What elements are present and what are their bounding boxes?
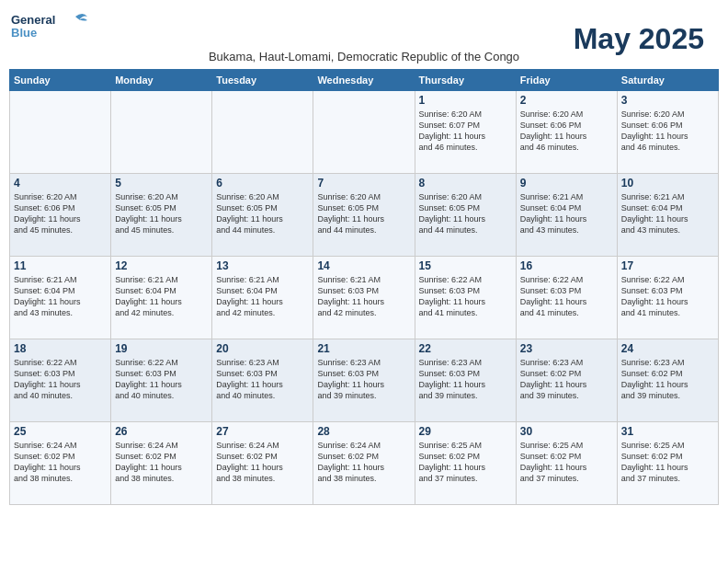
header-wednesday: Wednesday <box>313 70 415 91</box>
calendar-cell <box>10 91 111 174</box>
day-number: 23 <box>520 342 613 355</box>
day-number: 1 <box>419 94 512 107</box>
header-monday: Monday <box>111 70 212 91</box>
day-info: Sunrise: 6:24 AM Sunset: 6:02 PM Dayligh… <box>317 440 410 485</box>
day-info: Sunrise: 6:24 AM Sunset: 6:02 PM Dayligh… <box>14 440 107 485</box>
calendar-cell: 24Sunrise: 6:23 AM Sunset: 6:02 PM Dayli… <box>617 339 718 422</box>
calendar-week-4: 18Sunrise: 6:22 AM Sunset: 6:03 PM Dayli… <box>10 339 719 422</box>
day-info: Sunrise: 6:20 AM Sunset: 6:05 PM Dayligh… <box>216 191 309 236</box>
day-number: 2 <box>520 94 613 107</box>
calendar-week-1: 1Sunrise: 6:20 AM Sunset: 6:07 PM Daylig… <box>10 91 719 174</box>
calendar-cell: 3Sunrise: 6:20 AM Sunset: 6:06 PM Daylig… <box>617 91 718 174</box>
day-info: Sunrise: 6:20 AM Sunset: 6:05 PM Dayligh… <box>419 191 512 236</box>
day-info: Sunrise: 6:20 AM Sunset: 6:06 PM Dayligh… <box>14 191 107 236</box>
calendar-header-row: SundayMondayTuesdayWednesdayThursdayFrid… <box>10 70 719 91</box>
calendar-cell: 15Sunrise: 6:22 AM Sunset: 6:03 PM Dayli… <box>415 257 516 339</box>
day-info: Sunrise: 6:22 AM Sunset: 6:03 PM Dayligh… <box>115 357 208 402</box>
calendar-cell: 7Sunrise: 6:20 AM Sunset: 6:05 PM Daylig… <box>313 174 415 257</box>
calendar-week-3: 11Sunrise: 6:21 AM Sunset: 6:04 PM Dayli… <box>10 257 719 339</box>
day-number: 8 <box>419 177 512 190</box>
day-info: Sunrise: 6:22 AM Sunset: 6:03 PM Dayligh… <box>520 274 613 319</box>
day-info: Sunrise: 6:21 AM Sunset: 6:03 PM Dayligh… <box>317 274 410 319</box>
day-number: 26 <box>115 425 208 438</box>
day-number: 20 <box>216 342 309 355</box>
day-number: 31 <box>621 425 714 438</box>
svg-text:General: General <box>11 13 55 27</box>
day-number: 14 <box>317 259 410 272</box>
calendar-table: SundayMondayTuesdayWednesdayThursdayFrid… <box>9 69 719 505</box>
day-info: Sunrise: 6:20 AM Sunset: 6:05 PM Dayligh… <box>115 191 208 236</box>
header-thursday: Thursday <box>415 70 516 91</box>
day-info: Sunrise: 6:20 AM Sunset: 6:05 PM Dayligh… <box>317 191 410 236</box>
calendar-cell: 26Sunrise: 6:24 AM Sunset: 6:02 PM Dayli… <box>111 422 212 505</box>
calendar-cell: 5Sunrise: 6:20 AM Sunset: 6:05 PM Daylig… <box>111 174 212 257</box>
calendar-cell: 25Sunrise: 6:24 AM Sunset: 6:02 PM Dayli… <box>10 422 111 505</box>
day-number: 27 <box>216 425 309 438</box>
calendar-cell <box>111 91 212 174</box>
day-info: Sunrise: 6:25 AM Sunset: 6:02 PM Dayligh… <box>520 440 613 485</box>
calendar-week-5: 25Sunrise: 6:24 AM Sunset: 6:02 PM Dayli… <box>10 422 719 505</box>
day-info: Sunrise: 6:20 AM Sunset: 6:06 PM Dayligh… <box>520 109 613 154</box>
header-saturday: Saturday <box>617 70 718 91</box>
day-info: Sunrise: 6:23 AM Sunset: 6:03 PM Dayligh… <box>419 357 512 402</box>
calendar-cell: 17Sunrise: 6:22 AM Sunset: 6:03 PM Dayli… <box>617 257 718 339</box>
day-number: 19 <box>115 342 208 355</box>
calendar-cell: 13Sunrise: 6:21 AM Sunset: 6:04 PM Dayli… <box>212 257 313 339</box>
calendar-cell: 10Sunrise: 6:21 AM Sunset: 6:04 PM Dayli… <box>617 174 718 257</box>
day-number: 9 <box>520 177 613 190</box>
day-number: 6 <box>216 177 309 190</box>
day-info: Sunrise: 6:25 AM Sunset: 6:02 PM Dayligh… <box>419 440 512 485</box>
calendar-cell: 2Sunrise: 6:20 AM Sunset: 6:06 PM Daylig… <box>516 91 617 174</box>
day-number: 3 <box>621 94 714 107</box>
day-info: Sunrise: 6:23 AM Sunset: 6:02 PM Dayligh… <box>520 357 613 402</box>
day-info: Sunrise: 6:23 AM Sunset: 6:03 PM Dayligh… <box>216 357 309 402</box>
day-number: 11 <box>14 259 107 272</box>
svg-text:Blue: Blue <box>11 26 37 40</box>
main-title: May 2025 <box>574 22 704 56</box>
header-sunday: Sunday <box>10 70 111 91</box>
day-number: 5 <box>115 177 208 190</box>
day-info: Sunrise: 6:20 AM Sunset: 6:06 PM Dayligh… <box>621 109 714 154</box>
calendar-cell: 19Sunrise: 6:22 AM Sunset: 6:03 PM Dayli… <box>111 339 212 422</box>
day-info: Sunrise: 6:22 AM Sunset: 6:03 PM Dayligh… <box>621 274 714 319</box>
calendar-cell: 28Sunrise: 6:24 AM Sunset: 6:02 PM Dayli… <box>313 422 415 505</box>
day-info: Sunrise: 6:20 AM Sunset: 6:07 PM Dayligh… <box>419 109 512 154</box>
calendar-cell: 31Sunrise: 6:25 AM Sunset: 6:02 PM Dayli… <box>617 422 718 505</box>
day-info: Sunrise: 6:25 AM Sunset: 6:02 PM Dayligh… <box>621 440 714 485</box>
day-info: Sunrise: 6:22 AM Sunset: 6:03 PM Dayligh… <box>419 274 512 319</box>
day-number: 12 <box>115 259 208 272</box>
day-number: 21 <box>317 342 410 355</box>
calendar-cell: 1Sunrise: 6:20 AM Sunset: 6:07 PM Daylig… <box>415 91 516 174</box>
day-number: 30 <box>520 425 613 438</box>
title-section: May 2025 <box>574 22 704 56</box>
day-info: Sunrise: 6:22 AM Sunset: 6:03 PM Dayligh… <box>14 357 107 402</box>
day-number: 4 <box>14 177 107 190</box>
day-info: Sunrise: 6:24 AM Sunset: 6:02 PM Dayligh… <box>115 440 208 485</box>
day-info: Sunrise: 6:21 AM Sunset: 6:04 PM Dayligh… <box>115 274 208 319</box>
day-info: Sunrise: 6:21 AM Sunset: 6:04 PM Dayligh… <box>520 191 613 236</box>
day-number: 7 <box>317 177 410 190</box>
header-friday: Friday <box>516 70 617 91</box>
header: General Blue May 2025 <box>9 9 719 46</box>
calendar-cell: 8Sunrise: 6:20 AM Sunset: 6:05 PM Daylig… <box>415 174 516 257</box>
day-number: 13 <box>216 259 309 272</box>
day-info: Sunrise: 6:21 AM Sunset: 6:04 PM Dayligh… <box>14 274 107 319</box>
calendar-cell: 18Sunrise: 6:22 AM Sunset: 6:03 PM Dayli… <box>10 339 111 422</box>
calendar-cell: 30Sunrise: 6:25 AM Sunset: 6:02 PM Dayli… <box>516 422 617 505</box>
day-number: 17 <box>621 259 714 272</box>
calendar-cell <box>313 91 415 174</box>
day-number: 15 <box>419 259 512 272</box>
calendar-cell: 21Sunrise: 6:23 AM Sunset: 6:03 PM Dayli… <box>313 339 415 422</box>
header-tuesday: Tuesday <box>212 70 313 91</box>
calendar-cell: 20Sunrise: 6:23 AM Sunset: 6:03 PM Dayli… <box>212 339 313 422</box>
day-info: Sunrise: 6:24 AM Sunset: 6:02 PM Dayligh… <box>216 440 309 485</box>
calendar-cell: 14Sunrise: 6:21 AM Sunset: 6:03 PM Dayli… <box>313 257 415 339</box>
calendar-cell: 16Sunrise: 6:22 AM Sunset: 6:03 PM Dayli… <box>516 257 617 339</box>
day-number: 16 <box>520 259 613 272</box>
day-info: Sunrise: 6:23 AM Sunset: 6:02 PM Dayligh… <box>621 357 714 402</box>
day-number: 25 <box>14 425 107 438</box>
day-number: 29 <box>419 425 512 438</box>
calendar-cell: 12Sunrise: 6:21 AM Sunset: 6:04 PM Dayli… <box>111 257 212 339</box>
day-info: Sunrise: 6:23 AM Sunset: 6:03 PM Dayligh… <box>317 357 410 402</box>
day-number: 22 <box>419 342 512 355</box>
